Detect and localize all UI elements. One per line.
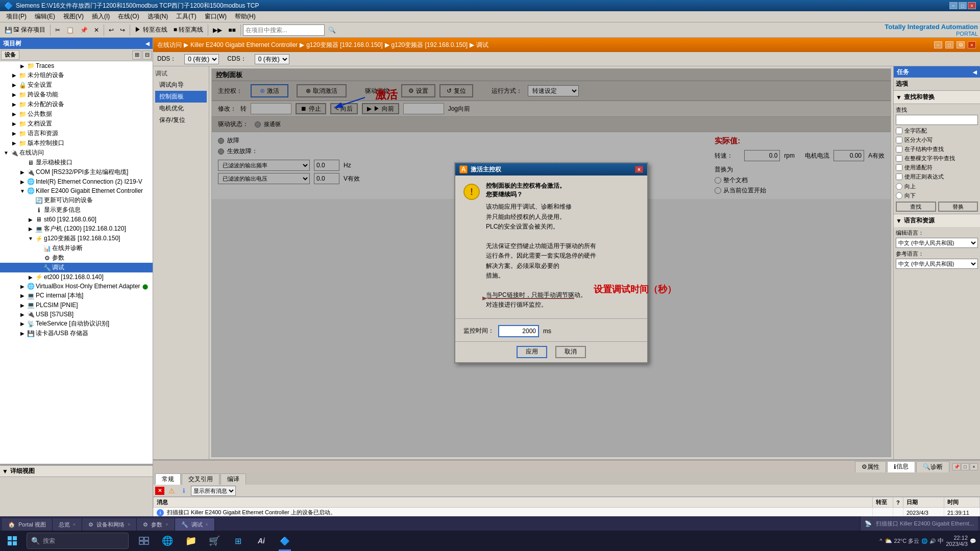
- close-portal-tab-3[interactable]: ×: [165, 522, 168, 527]
- edit-lang-select[interactable]: 中文 (中华人民共和国): [896, 238, 978, 248]
- menu-options[interactable]: 选项(N): [143, 11, 173, 22]
- bottom-close-btn[interactable]: ×: [970, 463, 978, 470]
- search-input[interactable]: [243, 24, 325, 36]
- notification-btn[interactable]: 💬: [970, 538, 976, 544]
- redo-btn[interactable]: ↪: [117, 24, 128, 36]
- tree-expand-all-btn[interactable]: ⊞: [132, 51, 141, 60]
- lang-section-header[interactable]: ▼ 语言和资源: [894, 214, 980, 227]
- dds-select[interactable]: 0 (有效): [184, 54, 219, 64]
- portal-tab-portal[interactable]: 🏠 Portal 视图: [2, 518, 53, 531]
- menu-edit[interactable]: 编辑(E): [31, 11, 59, 22]
- menu-project[interactable]: 项目(P): [2, 11, 31, 22]
- nav-save-reset[interactable]: 保存/复位: [155, 114, 207, 126]
- nav-control-panel[interactable]: 控制面板: [155, 91, 207, 103]
- minimize-btn[interactable]: −: [949, 2, 958, 9]
- portal-tab-debug[interactable]: 🔧 调试 ×: [175, 518, 215, 531]
- tree-item-version[interactable]: ▶ 📁 版本控制接口: [0, 138, 153, 148]
- tab-general[interactable]: 常规: [155, 473, 181, 485]
- tree-item-security[interactable]: ▶ 🔒 安全设置: [0, 80, 153, 90]
- replace-btn[interactable]: 替换: [938, 202, 978, 212]
- tab-compile[interactable]: 编译: [220, 473, 246, 485]
- nav-motor-optimize[interactable]: 电机优化: [155, 103, 207, 114]
- tree-item-online-access[interactable]: ▼ 🔌 在线访问: [0, 148, 153, 158]
- close-portal-tab-1[interactable]: ×: [73, 522, 76, 527]
- tree-item-debug[interactable]: 🔧 调试: [0, 263, 153, 272]
- wildcard-check[interactable]: 使用通配符: [896, 164, 978, 171]
- volume-icon[interactable]: 🔊: [929, 538, 936, 544]
- portal-tab-devices[interactable]: ⚙ 设备和网络 ×: [82, 518, 137, 531]
- tree-item-cardreader[interactable]: ▶ 💾 读卡器/USB 存储器: [0, 329, 153, 338]
- case-sensitive-check[interactable]: 区分大小写: [896, 136, 978, 144]
- menu-tools[interactable]: 工具(T): [172, 11, 200, 22]
- tree-item-killer[interactable]: ▼ 🌐 Killer E2400 Gigabit Ethernet Contro…: [0, 186, 153, 195]
- tree-item-doc[interactable]: ▶ 📁 文档设置: [0, 119, 153, 129]
- tree-item-unassigned[interactable]: ▶ 📁 未分配的设备: [0, 99, 153, 109]
- right-panel-pin-btn[interactable]: ◀: [973, 69, 977, 75]
- tab-diagnostics[interactable]: 🔍 诊断: [916, 461, 949, 472]
- save-project-btn[interactable]: 💾 🖫 保存项目: [2, 24, 48, 36]
- tree-collapse-all-btn[interactable]: ⊟: [142, 51, 152, 60]
- maximize-btn[interactable]: □: [959, 2, 967, 9]
- close-portal-tab-2[interactable]: ×: [128, 522, 130, 527]
- menu-online[interactable]: 在线(O): [114, 11, 143, 22]
- modal-cancel-btn[interactable]: 取消: [555, 346, 586, 358]
- taskbar-explorer[interactable]: 📁: [180, 531, 202, 551]
- menu-window[interactable]: 窗口(W): [201, 11, 231, 22]
- tree-item-more-info[interactable]: ℹ 显示更多信息: [0, 205, 153, 215]
- tree-item-plcsim[interactable]: ▶ 💻 PLCSIM [PNIE]: [0, 300, 153, 310]
- start-btn[interactable]: ▶▶: [210, 24, 225, 36]
- tree-item-common[interactable]: ▶ 📁 公共数据: [0, 109, 153, 119]
- tree-item-client[interactable]: ▶ 💻 客户机 (1200) [192.168.0.120]: [0, 224, 153, 234]
- tree-item-cross-device[interactable]: ▶ 📁 跨设备功能: [0, 90, 153, 99]
- find-input[interactable]: [896, 115, 978, 125]
- tree-item-online-diag[interactable]: 📊 在线并诊断: [0, 243, 153, 253]
- full-word-check[interactable]: 全字匹配: [896, 127, 978, 135]
- menu-insert[interactable]: 插入(I): [88, 11, 114, 22]
- warn-filter-btn[interactable]: ⚠: [166, 486, 177, 495]
- cds-select[interactable]: 0 (有效): [255, 54, 289, 64]
- tab-cross-ref[interactable]: 交叉引用: [182, 473, 219, 485]
- tree-item-refresh[interactable]: 🔄 更新可访问的设备: [0, 195, 153, 205]
- show-hidden-icons-btn[interactable]: ^: [879, 538, 882, 544]
- delete-btn[interactable]: ✕: [91, 24, 102, 36]
- taskbar-text[interactable]: Ai: [250, 531, 273, 551]
- search-section-header[interactable]: ▼ 查找和替换: [894, 91, 980, 104]
- close-portal-tab-4[interactable]: ×: [206, 522, 208, 527]
- devices-tab[interactable]: 设备: [1, 50, 19, 60]
- taskbar-task-view[interactable]: [133, 531, 155, 551]
- taskbar-term[interactable]: ⊞: [227, 531, 249, 551]
- tree-item-ungrouped[interactable]: ▶ 📁 未分组的设备: [0, 70, 153, 80]
- window-maximize-btn[interactable]: □: [945, 41, 953, 48]
- regex-check[interactable]: 使用正则表达式: [896, 173, 978, 181]
- tree-item-st60[interactable]: ▶ 🖥 st60 [192.168.0.60]: [0, 215, 153, 224]
- error-filter-btn[interactable]: ✕: [155, 487, 164, 495]
- nav-debug-wizard[interactable]: 调试向导: [155, 79, 207, 91]
- tree-item-params[interactable]: ⚙ 参数: [0, 253, 153, 263]
- tab-properties[interactable]: ⚙ 属性: [855, 461, 886, 472]
- window-float-btn[interactable]: ⧉: [957, 41, 965, 48]
- radio-down[interactable]: 向下: [896, 192, 978, 199]
- tree-item-traces[interactable]: ▶ 📁 Traces: [0, 61, 153, 70]
- sub-struct-check[interactable]: 在子结构中查找: [896, 145, 978, 153]
- modal-apply-btn[interactable]: 应用: [517, 346, 547, 358]
- taskbar-siemens-app[interactable]: 🔷: [274, 531, 296, 551]
- tree-item-vbox[interactable]: ▶ 🌐 VirtualBox Host-Only Ethernet Adapte…: [0, 282, 153, 291]
- portal-tab-overview[interactable]: 总览 ×: [53, 518, 82, 531]
- taskbar-search-box[interactable]: 🔍 搜索: [27, 533, 129, 549]
- bottom-pin-btn[interactable]: 📌: [952, 463, 961, 470]
- tree-item-pc-internal[interactable]: ▶ 💻 PC internal [本地]: [0, 291, 153, 300]
- full-tree-check[interactable]: 在整棵文字书中查找: [896, 155, 978, 162]
- find-btn[interactable]: 查找: [896, 202, 936, 212]
- go-offline-btn[interactable]: ■ 转至离线: [171, 24, 206, 36]
- tree-item-intel[interactable]: ▶ 🌐 Intel(R) Ethernet Connection (2) I21…: [0, 177, 153, 186]
- window-minimize-btn[interactable]: −: [934, 41, 942, 48]
- copy-btn[interactable]: 📋: [64, 24, 77, 36]
- tree-item-g120[interactable]: ▼ ⚡ g120变频器 [192.168.0.150]: [0, 234, 153, 243]
- taskbar-clock[interactable]: 22:12 2023/4/3: [946, 535, 968, 547]
- network-icon[interactable]: 🌐: [921, 538, 927, 544]
- stop-btn[interactable]: ■■: [226, 24, 238, 36]
- tree-item-display[interactable]: 🖥 显示稳棱接口: [0, 158, 153, 167]
- tree-item-lang[interactable]: ▶ 📁 语言和资源: [0, 129, 153, 138]
- info-filter-btn[interactable]: ℹ: [179, 486, 189, 495]
- window-close-btn[interactable]: ×: [968, 41, 976, 48]
